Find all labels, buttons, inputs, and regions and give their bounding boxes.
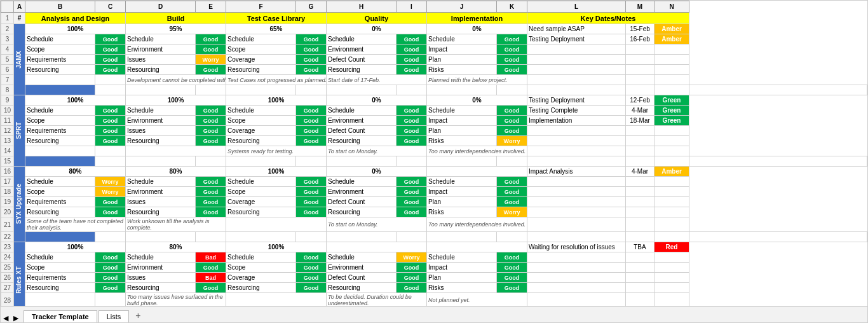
jamx-quality-status-2: Good <box>397 45 427 55</box>
syx-empty-m21 <box>626 217 654 232</box>
spacer-c15 <box>126 156 196 167</box>
sprt-label: SPRT <box>15 122 22 139</box>
col-n-header: N <box>654 1 689 13</box>
jamx-test-status-3: Good <box>296 55 327 65</box>
spacer-d22 <box>196 232 226 242</box>
rules-impl-label-2: Impact <box>427 263 497 273</box>
rules-label-cell: Rules XT <box>14 242 25 306</box>
rules-build-label-2: Environment <box>126 263 196 273</box>
sprt-build-label-2: Environment <box>126 116 196 126</box>
col-j-header: J <box>427 1 497 13</box>
jamx-label: JAMX <box>15 51 22 69</box>
syx-test-label-3: Coverage <box>226 197 296 207</box>
rules-quality-label-4: Resourcing <box>327 283 397 293</box>
row-11-sprt-2: 11 Scope Good Environment Good Scope Goo… <box>1 116 867 126</box>
rules-impl-status-4: Good <box>497 283 527 293</box>
sprt-test-label-2: Scope <box>226 116 296 126</box>
jamx-build-label-2: Environment <box>126 45 196 55</box>
scroll-right[interactable]: ▶ <box>13 314 18 322</box>
rules-analysis-status-3: Good <box>95 273 126 283</box>
sprt-impl-status-4: Worry <box>497 136 527 146</box>
jamx-date1: 15-Feb <box>626 24 654 34</box>
sprt-empty-l13 <box>527 136 626 146</box>
jamx-analysis-status-3: Good <box>95 55 126 65</box>
rownum-20: 20 <box>1 207 14 217</box>
sprt-empty-n13 <box>654 136 689 146</box>
sprt-test-label-3: Coverage <box>226 126 296 136</box>
tab-tracker-template[interactable]: Tracker Template <box>24 310 97 322</box>
rules-impl-label-1: Schedule <box>427 252 497 263</box>
sprt-analysis-empty2 <box>95 146 126 156</box>
add-sheet-button[interactable]: + <box>130 308 146 322</box>
tab-lists[interactable]: Lists <box>98 310 130 322</box>
rownum-9: 9 <box>1 95 14 106</box>
rules-quality-label-2: Environment <box>327 263 397 273</box>
jamx-impl-status-2: Good <box>497 45 527 55</box>
jamx-build-status-3: Worry <box>196 55 226 65</box>
row-6-jamx-4: 6 Resourcing Good Resourcing Good Resour… <box>1 65 867 75</box>
rules-impl-note: Not planned yet. <box>427 293 527 306</box>
rules-build-status-1: Bad <box>196 252 226 263</box>
rules-analysis-empty <box>25 293 95 306</box>
header-testcase: Test Case Library <box>226 13 327 24</box>
rules-test-status-1: Good <box>296 252 327 263</box>
header-implementation: Implementation <box>427 13 527 24</box>
rules-build-label-3: Issues <box>126 273 196 283</box>
sprt-empty-l12 <box>527 126 626 136</box>
jamx-empty-m4 <box>626 45 654 55</box>
syx-quality-label-4: Resourcing <box>327 207 397 217</box>
rules-quality-status-4: Good <box>397 283 427 293</box>
jamx-test-label-2: Scope <box>226 45 296 55</box>
jamx-analysis-label-1: Schedule <box>25 34 95 45</box>
row-10-sprt-1: 10 Schedule Good Schedule Good Schedule … <box>1 106 867 116</box>
sprt-quality-status-4: Good <box>397 136 427 146</box>
jamx-quality-note: Start date of 17-Feb. <box>327 75 427 85</box>
col-d-header: D <box>126 1 196 13</box>
sprt-test-status-2: Good <box>296 116 327 126</box>
rules-impl-pct <box>427 242 527 252</box>
rownum-1: 1 <box>1 13 14 24</box>
syx-quality-label-2: Environment <box>327 187 397 197</box>
spacer-h22 <box>397 232 427 242</box>
syx-build-label-2: Environment <box>126 187 196 197</box>
jamx-impl-note: Planned with the below project. <box>427 75 527 85</box>
syx-empty-n18 <box>654 187 689 197</box>
jamx-analysis-label-4: Resourcing <box>25 65 95 75</box>
sprt-quality-label-3: Defect Count <box>327 126 397 136</box>
jamx-test-label-1: Schedule <box>226 34 296 45</box>
syx-build-status-3: Good <box>196 197 226 207</box>
rownum-28: 28 <box>1 293 14 306</box>
sprt-analysis-label-1: Schedule <box>25 106 95 116</box>
sprt-analysis-label-2: Scope <box>25 116 95 126</box>
spacer-d15 <box>196 156 226 167</box>
rules-empty-m25 <box>626 263 654 273</box>
rownum-10: 10 <box>1 106 14 116</box>
row-18-syx-2: 18 Scope Worry Environment Good Scope Go… <box>1 187 867 197</box>
jamx-impl-status-1: Good <box>497 34 527 45</box>
syx-test-label-4: Resourcing <box>226 207 296 217</box>
scroll-left[interactable]: ◀ <box>3 314 8 322</box>
jamx-empty-l5 <box>527 55 626 65</box>
jamx-empty-n7 <box>654 75 689 85</box>
syx-test-label-2: Scope <box>226 187 296 197</box>
rules-note1: Waiting for resolution of issues <box>527 242 626 252</box>
syx-empty-l19 <box>527 197 626 207</box>
syx-test-pct: 100% <box>226 167 327 177</box>
syx-build-status-2: Good <box>196 187 226 197</box>
jamx-impl-label-3: Plan <box>427 55 497 65</box>
sprt-label-cell: SPRT <box>14 95 25 167</box>
jamx-impl-pct: 0% <box>427 24 527 34</box>
jamx-build-label-4: Resourcing <box>126 65 196 75</box>
sprt-date3: 18-Mar <box>626 116 654 126</box>
jamx-build-pct: 95% <box>126 24 226 34</box>
spacer-m15 <box>654 156 689 167</box>
jamx-build-label-3: Issues <box>126 55 196 65</box>
rules-analysis-status-2: Good <box>95 263 126 273</box>
spacer-n22 <box>689 232 867 242</box>
rules-test-label-4: Resourcing <box>226 283 296 293</box>
rules-impl-status-2: Good <box>497 263 527 273</box>
jamx-analysis-empty <box>25 75 95 85</box>
syx-analysis-status-2: Worry <box>95 187 126 197</box>
syx-analysis-label-4: Resourcing <box>25 207 95 217</box>
rownum-3: 3 <box>1 34 14 45</box>
